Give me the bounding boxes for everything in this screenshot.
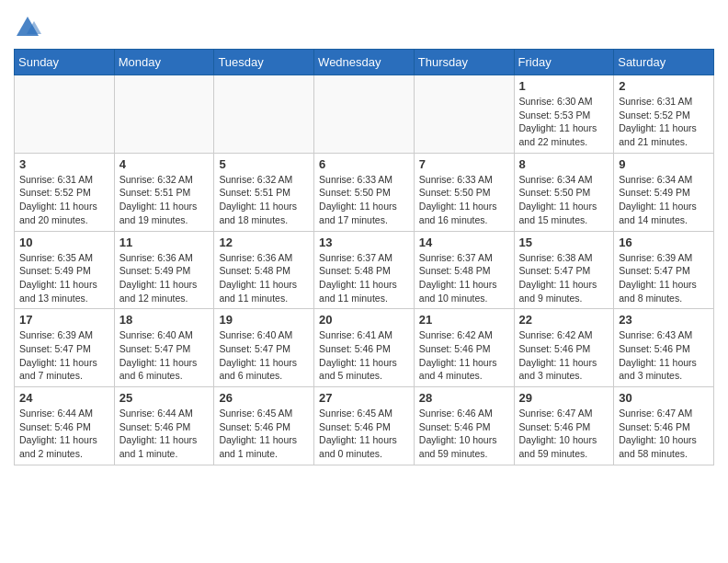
- day-info: Sunrise: 6:31 AM Sunset: 5:52 PM Dayligh…: [619, 95, 709, 149]
- day-number: 17: [19, 313, 109, 327]
- calendar-cell: 22Sunrise: 6:42 AM Sunset: 5:46 PM Dayli…: [514, 309, 614, 387]
- day-info: Sunrise: 6:43 AM Sunset: 5:46 PM Dayligh…: [619, 328, 709, 383]
- calendar-week-row: 24Sunrise: 6:44 AM Sunset: 5:46 PM Dayli…: [15, 387, 714, 465]
- calendar-cell: 21Sunrise: 6:42 AM Sunset: 5:46 PM Dayli…: [414, 309, 514, 387]
- weekday-header: Sunday: [15, 50, 115, 75]
- calendar-cell: [15, 75, 115, 154]
- calendar-cell: 13Sunrise: 6:37 AM Sunset: 5:48 PM Dayli…: [314, 231, 415, 309]
- day-info: Sunrise: 6:40 AM Sunset: 5:47 PM Dayligh…: [119, 328, 210, 383]
- day-number: 10: [19, 236, 109, 249]
- calendar-cell: 2Sunrise: 6:31 AM Sunset: 5:52 PM Daylig…: [614, 75, 714, 154]
- calendar-cell: [214, 75, 314, 154]
- day-number: 24: [19, 391, 109, 405]
- day-number: 22: [519, 313, 609, 327]
- day-info: Sunrise: 6:40 AM Sunset: 5:47 PM Dayligh…: [219, 328, 309, 383]
- weekday-header: Saturday: [614, 50, 714, 75]
- calendar-cell: 18Sunrise: 6:40 AM Sunset: 5:47 PM Dayli…: [114, 309, 214, 387]
- day-info: Sunrise: 6:34 AM Sunset: 5:49 PM Dayligh…: [619, 173, 709, 227]
- calendar-cell: 28Sunrise: 6:46 AM Sunset: 5:46 PM Dayli…: [414, 387, 514, 465]
- day-number: 5: [219, 157, 309, 171]
- day-number: 23: [619, 313, 709, 327]
- calendar-week-row: 17Sunrise: 6:39 AM Sunset: 5:47 PM Dayli…: [15, 309, 714, 387]
- day-number: 12: [219, 236, 309, 249]
- header: [14, 9, 714, 41]
- day-number: 21: [419, 313, 509, 327]
- day-number: 18: [119, 313, 210, 327]
- day-info: Sunrise: 6:45 AM Sunset: 5:46 PM Dayligh…: [219, 407, 309, 461]
- day-info: Sunrise: 6:31 AM Sunset: 5:52 PM Dayligh…: [19, 173, 109, 227]
- calendar-cell: 24Sunrise: 6:44 AM Sunset: 5:46 PM Dayli…: [15, 387, 115, 465]
- weekday-header: Tuesday: [214, 50, 314, 75]
- calendar-cell: 15Sunrise: 6:38 AM Sunset: 5:47 PM Dayli…: [514, 231, 614, 309]
- day-info: Sunrise: 6:32 AM Sunset: 5:51 PM Dayligh…: [219, 173, 309, 227]
- day-info: Sunrise: 6:42 AM Sunset: 5:46 PM Dayligh…: [419, 328, 509, 383]
- day-info: Sunrise: 6:42 AM Sunset: 5:46 PM Dayligh…: [519, 328, 609, 383]
- day-number: 4: [119, 157, 210, 171]
- day-info: Sunrise: 6:45 AM Sunset: 5:46 PM Dayligh…: [319, 407, 409, 461]
- day-number: 28: [419, 391, 509, 405]
- weekday-header-row: SundayMondayTuesdayWednesdayThursdayFrid…: [15, 50, 714, 75]
- day-number: 19: [219, 313, 309, 327]
- calendar-cell: 9Sunrise: 6:34 AM Sunset: 5:49 PM Daylig…: [614, 153, 714, 231]
- weekday-header: Thursday: [414, 50, 514, 75]
- day-info: Sunrise: 6:39 AM Sunset: 5:47 PM Dayligh…: [619, 251, 709, 305]
- weekday-header: Friday: [514, 50, 614, 75]
- calendar-cell: 19Sunrise: 6:40 AM Sunset: 5:47 PM Dayli…: [214, 309, 314, 387]
- day-info: Sunrise: 6:33 AM Sunset: 5:50 PM Dayligh…: [319, 173, 409, 227]
- day-number: 1: [519, 79, 609, 93]
- day-number: 30: [619, 391, 709, 405]
- page-container: SundayMondayTuesdayWednesdayThursdayFrid…: [0, 0, 728, 475]
- calendar-cell: 12Sunrise: 6:36 AM Sunset: 5:48 PM Dayli…: [214, 231, 314, 309]
- calendar-cell: 30Sunrise: 6:47 AM Sunset: 5:46 PM Dayli…: [614, 387, 714, 465]
- calendar-cell: 10Sunrise: 6:35 AM Sunset: 5:49 PM Dayli…: [15, 231, 115, 309]
- day-number: 20: [319, 313, 409, 327]
- calendar-cell: [414, 75, 514, 154]
- day-info: Sunrise: 6:36 AM Sunset: 5:48 PM Dayligh…: [219, 251, 309, 305]
- logo: [14, 14, 45, 41]
- logo-icon: [14, 14, 41, 41]
- calendar-week-row: 1Sunrise: 6:30 AM Sunset: 5:53 PM Daylig…: [15, 75, 714, 154]
- day-number: 13: [319, 236, 409, 249]
- day-info: Sunrise: 6:32 AM Sunset: 5:51 PM Dayligh…: [119, 173, 210, 227]
- calendar-cell: 29Sunrise: 6:47 AM Sunset: 5:46 PM Dayli…: [514, 387, 614, 465]
- calendar-cell: 4Sunrise: 6:32 AM Sunset: 5:51 PM Daylig…: [114, 153, 214, 231]
- weekday-header: Monday: [114, 50, 214, 75]
- calendar-cell: 20Sunrise: 6:41 AM Sunset: 5:46 PM Dayli…: [314, 309, 415, 387]
- day-info: Sunrise: 6:44 AM Sunset: 5:46 PM Dayligh…: [119, 407, 210, 461]
- calendar-cell: 8Sunrise: 6:34 AM Sunset: 5:50 PM Daylig…: [514, 153, 614, 231]
- calendar-week-row: 10Sunrise: 6:35 AM Sunset: 5:49 PM Dayli…: [15, 231, 714, 309]
- weekday-header: Wednesday: [314, 50, 415, 75]
- day-info: Sunrise: 6:33 AM Sunset: 5:50 PM Dayligh…: [419, 173, 509, 227]
- day-number: 15: [519, 236, 609, 249]
- day-info: Sunrise: 6:37 AM Sunset: 5:48 PM Dayligh…: [419, 251, 509, 305]
- calendar-cell: 27Sunrise: 6:45 AM Sunset: 5:46 PM Dayli…: [314, 387, 415, 465]
- day-number: 3: [19, 157, 109, 171]
- day-number: 14: [419, 236, 509, 249]
- calendar-cell: 23Sunrise: 6:43 AM Sunset: 5:46 PM Dayli…: [614, 309, 714, 387]
- calendar-cell: 1Sunrise: 6:30 AM Sunset: 5:53 PM Daylig…: [514, 75, 614, 154]
- calendar-cell: 14Sunrise: 6:37 AM Sunset: 5:48 PM Dayli…: [414, 231, 514, 309]
- calendar-cell: 7Sunrise: 6:33 AM Sunset: 5:50 PM Daylig…: [414, 153, 514, 231]
- day-info: Sunrise: 6:34 AM Sunset: 5:50 PM Dayligh…: [519, 173, 609, 227]
- day-info: Sunrise: 6:35 AM Sunset: 5:49 PM Dayligh…: [19, 251, 109, 305]
- calendar-cell: 6Sunrise: 6:33 AM Sunset: 5:50 PM Daylig…: [314, 153, 415, 231]
- calendar-table: SundayMondayTuesdayWednesdayThursdayFrid…: [14, 49, 714, 465]
- day-number: 9: [619, 157, 709, 171]
- calendar-cell: 17Sunrise: 6:39 AM Sunset: 5:47 PM Dayli…: [15, 309, 115, 387]
- day-number: 2: [619, 79, 709, 93]
- day-info: Sunrise: 6:36 AM Sunset: 5:49 PM Dayligh…: [119, 251, 210, 305]
- calendar-cell: 25Sunrise: 6:44 AM Sunset: 5:46 PM Dayli…: [114, 387, 214, 465]
- calendar-cell: 11Sunrise: 6:36 AM Sunset: 5:49 PM Dayli…: [114, 231, 214, 309]
- day-number: 8: [519, 157, 609, 171]
- day-info: Sunrise: 6:47 AM Sunset: 5:46 PM Dayligh…: [619, 407, 709, 461]
- day-info: Sunrise: 6:37 AM Sunset: 5:48 PM Dayligh…: [319, 251, 409, 305]
- day-info: Sunrise: 6:46 AM Sunset: 5:46 PM Dayligh…: [419, 407, 509, 461]
- day-info: Sunrise: 6:39 AM Sunset: 5:47 PM Dayligh…: [19, 328, 109, 383]
- calendar-cell: 3Sunrise: 6:31 AM Sunset: 5:52 PM Daylig…: [15, 153, 115, 231]
- calendar-week-row: 3Sunrise: 6:31 AM Sunset: 5:52 PM Daylig…: [15, 153, 714, 231]
- day-info: Sunrise: 6:44 AM Sunset: 5:46 PM Dayligh…: [19, 407, 109, 461]
- day-number: 26: [219, 391, 309, 405]
- day-number: 7: [419, 157, 509, 171]
- day-number: 6: [319, 157, 409, 171]
- day-info: Sunrise: 6:47 AM Sunset: 5:46 PM Dayligh…: [519, 407, 609, 461]
